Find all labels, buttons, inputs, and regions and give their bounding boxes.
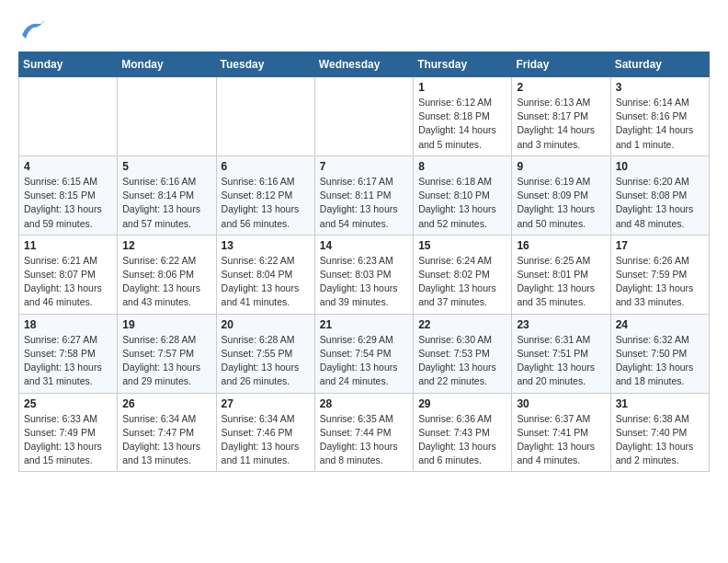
day-of-week-header: Wednesday	[314, 52, 413, 77]
day-info: Sunrise: 6:26 AM Sunset: 7:59 PM Dayligh…	[616, 254, 704, 310]
day-number: 11	[24, 239, 112, 252]
day-info: Sunrise: 6:33 AM Sunset: 7:49 PM Dayligh…	[24, 412, 112, 468]
calendar-cell: 26Sunrise: 6:34 AM Sunset: 7:47 PM Dayli…	[118, 393, 216, 472]
calendar-cell: 24Sunrise: 6:32 AM Sunset: 7:50 PM Dayli…	[610, 314, 709, 393]
day-info: Sunrise: 6:27 AM Sunset: 7:58 PM Dayligh…	[24, 333, 112, 389]
calendar-cell: 21Sunrise: 6:29 AM Sunset: 7:54 PM Dayli…	[314, 314, 413, 393]
day-info: Sunrise: 6:36 AM Sunset: 7:43 PM Dayligh…	[418, 412, 506, 468]
day-number: 5	[122, 160, 210, 173]
day-info: Sunrise: 6:30 AM Sunset: 7:53 PM Dayligh…	[418, 333, 506, 389]
day-info: Sunrise: 6:15 AM Sunset: 8:15 PM Dayligh…	[24, 175, 112, 231]
calendar-cell: 5Sunrise: 6:16 AM Sunset: 8:14 PM Daylig…	[118, 155, 216, 235]
calendar-cell: 13Sunrise: 6:22 AM Sunset: 8:04 PM Dayli…	[216, 235, 314, 314]
day-info: Sunrise: 6:21 AM Sunset: 8:07 PM Dayligh…	[24, 254, 112, 310]
header	[18, 15, 710, 44]
day-info: Sunrise: 6:35 AM Sunset: 7:44 PM Dayligh…	[320, 412, 408, 468]
calendar-cell: 16Sunrise: 6:25 AM Sunset: 8:01 PM Dayli…	[512, 235, 610, 314]
day-info: Sunrise: 6:23 AM Sunset: 8:03 PM Dayligh…	[320, 254, 408, 310]
day-info: Sunrise: 6:34 AM Sunset: 7:46 PM Dayligh…	[222, 412, 310, 468]
day-of-week-header: Tuesday	[216, 52, 314, 77]
day-info: Sunrise: 6:22 AM Sunset: 8:04 PM Dayligh…	[222, 254, 310, 310]
calendar-cell: 9Sunrise: 6:19 AM Sunset: 8:09 PM Daylig…	[512, 155, 610, 235]
calendar-week-row: 25Sunrise: 6:33 AM Sunset: 7:49 PM Dayli…	[19, 393, 710, 472]
calendar-week-row: 4Sunrise: 6:15 AM Sunset: 8:15 PM Daylig…	[19, 155, 710, 235]
day-number: 25	[24, 397, 112, 410]
day-number: 4	[24, 160, 112, 173]
calendar-cell	[19, 77, 118, 156]
day-number: 30	[517, 397, 605, 410]
day-number: 20	[222, 318, 310, 331]
calendar-cell: 29Sunrise: 6:36 AM Sunset: 7:43 PM Dayli…	[414, 393, 512, 472]
day-info: Sunrise: 6:16 AM Sunset: 8:12 PM Dayligh…	[222, 175, 310, 231]
calendar-cell: 14Sunrise: 6:23 AM Sunset: 8:03 PM Dayli…	[314, 235, 413, 314]
day-number: 14	[320, 239, 408, 252]
day-of-week-header: Saturday	[610, 52, 709, 77]
day-number: 26	[122, 397, 210, 410]
calendar-cell: 6Sunrise: 6:16 AM Sunset: 8:12 PM Daylig…	[216, 155, 314, 235]
calendar-cell: 20Sunrise: 6:28 AM Sunset: 7:55 PM Dayli…	[216, 314, 314, 393]
day-number: 10	[616, 160, 704, 173]
calendar-cell: 31Sunrise: 6:38 AM Sunset: 7:40 PM Dayli…	[610, 393, 709, 472]
day-number: 1	[418, 81, 506, 94]
day-of-week-header: Thursday	[414, 52, 512, 77]
day-info: Sunrise: 6:28 AM Sunset: 7:55 PM Dayligh…	[222, 333, 310, 389]
day-number: 29	[418, 397, 506, 410]
day-info: Sunrise: 6:34 AM Sunset: 7:47 PM Dayligh…	[122, 412, 210, 468]
calendar-cell	[118, 77, 216, 156]
calendar-cell: 15Sunrise: 6:24 AM Sunset: 8:02 PM Dayli…	[414, 235, 512, 314]
calendar-cell: 25Sunrise: 6:33 AM Sunset: 7:49 PM Dayli…	[19, 393, 118, 472]
day-number: 3	[616, 81, 704, 94]
calendar-cell: 1Sunrise: 6:12 AM Sunset: 8:18 PM Daylig…	[414, 77, 512, 156]
calendar-cell: 10Sunrise: 6:20 AM Sunset: 8:08 PM Dayli…	[610, 155, 709, 235]
day-number: 17	[616, 239, 704, 252]
day-info: Sunrise: 6:32 AM Sunset: 7:50 PM Dayligh…	[616, 333, 704, 389]
day-info: Sunrise: 6:16 AM Sunset: 8:14 PM Dayligh…	[122, 175, 210, 231]
day-info: Sunrise: 6:18 AM Sunset: 8:10 PM Dayligh…	[418, 175, 506, 231]
day-info: Sunrise: 6:37 AM Sunset: 7:41 PM Dayligh…	[517, 412, 605, 468]
day-number: 7	[320, 160, 408, 173]
calendar-cell: 22Sunrise: 6:30 AM Sunset: 7:53 PM Dayli…	[414, 314, 512, 393]
calendar-cell: 17Sunrise: 6:26 AM Sunset: 7:59 PM Dayli…	[610, 235, 709, 314]
calendar-cell: 3Sunrise: 6:14 AM Sunset: 8:16 PM Daylig…	[610, 77, 709, 156]
logo	[18, 15, 51, 44]
day-number: 31	[616, 397, 704, 410]
day-of-week-header: Sunday	[19, 52, 118, 77]
day-info: Sunrise: 6:25 AM Sunset: 8:01 PM Dayligh…	[517, 254, 605, 310]
day-info: Sunrise: 6:31 AM Sunset: 7:51 PM Dayligh…	[517, 333, 605, 389]
day-number: 18	[24, 318, 112, 331]
calendar-cell: 11Sunrise: 6:21 AM Sunset: 8:07 PM Dayli…	[19, 235, 118, 314]
day-info: Sunrise: 6:14 AM Sunset: 8:16 PM Dayligh…	[616, 96, 704, 152]
calendar-header-row: SundayMondayTuesdayWednesdayThursdayFrid…	[19, 52, 710, 77]
calendar-week-row: 1Sunrise: 6:12 AM Sunset: 8:18 PM Daylig…	[19, 77, 710, 156]
calendar-cell: 30Sunrise: 6:37 AM Sunset: 7:41 PM Dayli…	[512, 393, 610, 472]
day-info: Sunrise: 6:19 AM Sunset: 8:09 PM Dayligh…	[517, 175, 605, 231]
calendar-cell: 23Sunrise: 6:31 AM Sunset: 7:51 PM Dayli…	[512, 314, 610, 393]
calendar: SundayMondayTuesdayWednesdayThursdayFrid…	[18, 52, 710, 472]
day-number: 12	[122, 239, 210, 252]
calendar-week-row: 11Sunrise: 6:21 AM Sunset: 8:07 PM Dayli…	[19, 235, 710, 314]
day-number: 2	[517, 81, 605, 94]
calendar-cell: 4Sunrise: 6:15 AM Sunset: 8:15 PM Daylig…	[19, 155, 118, 235]
day-of-week-header: Monday	[118, 52, 216, 77]
day-number: 24	[616, 318, 704, 331]
day-info: Sunrise: 6:17 AM Sunset: 8:11 PM Dayligh…	[320, 175, 408, 231]
day-number: 6	[222, 160, 310, 173]
day-info: Sunrise: 6:38 AM Sunset: 7:40 PM Dayligh…	[616, 412, 704, 468]
calendar-cell: 7Sunrise: 6:17 AM Sunset: 8:11 PM Daylig…	[314, 155, 413, 235]
day-info: Sunrise: 6:29 AM Sunset: 7:54 PM Dayligh…	[320, 333, 408, 389]
day-number: 13	[222, 239, 310, 252]
calendar-cell: 8Sunrise: 6:18 AM Sunset: 8:10 PM Daylig…	[414, 155, 512, 235]
calendar-cell	[216, 77, 314, 156]
day-info: Sunrise: 6:22 AM Sunset: 8:06 PM Dayligh…	[122, 254, 210, 310]
calendar-cell: 27Sunrise: 6:34 AM Sunset: 7:46 PM Dayli…	[216, 393, 314, 472]
day-number: 15	[418, 239, 506, 252]
calendar-cell: 19Sunrise: 6:28 AM Sunset: 7:57 PM Dayli…	[118, 314, 216, 393]
day-of-week-header: Friday	[512, 52, 610, 77]
day-info: Sunrise: 6:20 AM Sunset: 8:08 PM Dayligh…	[616, 175, 704, 231]
day-number: 27	[222, 397, 310, 410]
day-number: 23	[517, 318, 605, 331]
day-info: Sunrise: 6:13 AM Sunset: 8:17 PM Dayligh…	[517, 96, 605, 152]
day-number: 28	[320, 397, 408, 410]
calendar-cell	[314, 77, 413, 156]
calendar-cell: 18Sunrise: 6:27 AM Sunset: 7:58 PM Dayli…	[19, 314, 118, 393]
